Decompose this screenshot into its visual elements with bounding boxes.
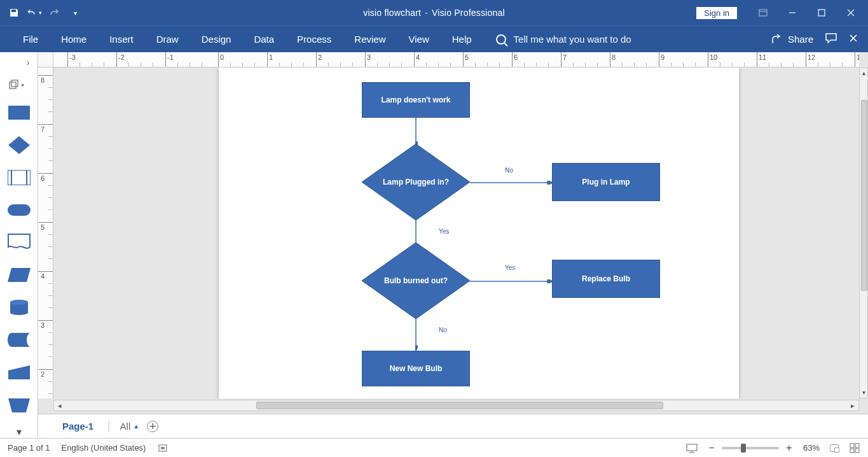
svg-point-13 [10, 300, 28, 305]
all-pages-button[interactable]: All ▲ [120, 421, 140, 432]
flowchart-end[interactable]: New New Bulb [362, 351, 470, 386]
shape-manual-input[interactable] [6, 361, 32, 384]
home-tab[interactable]: Home [50, 27, 98, 51]
svg-rect-34 [855, 444, 859, 447]
redo-button[interactable] [47, 5, 62, 20]
scroll-right-icon[interactable]: ▸ [847, 402, 858, 410]
flowchart-action-plugin[interactable]: Plug in Lamp [552, 163, 660, 201]
ruler-corner [38, 52, 53, 67]
draw-tab[interactable]: Draw [145, 27, 190, 51]
shape-data-io[interactable] [6, 264, 32, 287]
shape-subprocess[interactable] [6, 166, 32, 190]
sign-in-button[interactable]: Sign in [696, 7, 737, 19]
shape-stored-data[interactable] [6, 328, 32, 352]
svg-rect-11 [8, 204, 31, 216]
zoom-slider[interactable]: − + [706, 442, 794, 454]
presentation-mode-icon[interactable] [686, 442, 698, 454]
collapse-ribbon-icon[interactable] [849, 32, 858, 46]
page-tab-bar: Page-1 │ All ▲ + [38, 414, 868, 438]
zoom-track[interactable] [722, 447, 779, 449]
flowchart-start-label: Lamp doesn't work [382, 95, 451, 104]
data-tab[interactable]: Data [242, 27, 286, 51]
svg-rect-4 [10, 82, 16, 88]
shape-terminator[interactable] [6, 199, 32, 222]
action-plugin-label: Plug in Lamp [582, 178, 630, 186]
shape-process[interactable] [6, 101, 32, 125]
vertical-scrollbar[interactable]: ▴ ▾ [859, 67, 868, 398]
shape-decision[interactable] [6, 134, 32, 157]
shapes-panel: › ▸ [0, 52, 38, 438]
language-indicator[interactable]: English (United States) [62, 443, 146, 453]
edge-label-no-2: No [439, 327, 447, 334]
more-shapes-icon[interactable]: ▾ [17, 426, 22, 438]
tell-me-search[interactable]: Tell me what you want to do [496, 34, 631, 45]
svg-rect-33 [850, 444, 854, 447]
macro-recorder-icon[interactable] [157, 442, 169, 454]
help-tab[interactable]: Help [441, 27, 483, 51]
svg-rect-3 [818, 10, 825, 16]
design-tab[interactable]: Design [190, 27, 243, 51]
vertical-ruler[interactable]: 8765432 [38, 67, 53, 398]
page-counter[interactable]: Page 1 of 1 [8, 443, 50, 453]
scroll-down-icon[interactable]: ▾ [860, 388, 867, 398]
insert-tab[interactable]: Insert [98, 27, 145, 51]
svg-marker-14 [8, 365, 30, 379]
zoom-in-button[interactable]: + [784, 442, 794, 454]
horizontal-ruler[interactable]: -3-2-1012345678910111213 [53, 52, 859, 67]
status-bar: Page 1 of 1 English (United States) − + … [0, 438, 868, 457]
ribbon-tab-list: File Home Insert Draw Design Data Proces… [0, 27, 483, 51]
svg-marker-12 [8, 268, 31, 282]
horizontal-scrollbar[interactable]: ◂ ▸ [53, 400, 859, 411]
canvas[interactable]: Lamp doesn't work Lamp Plugged in? No [53, 67, 859, 398]
comments-icon[interactable] [825, 32, 837, 46]
maximize-button[interactable] [807, 3, 836, 22]
page-tab-1[interactable]: Page-1 [57, 417, 99, 435]
h-scroll-track[interactable] [65, 400, 847, 411]
drawing-page[interactable]: Lamp doesn't work Lamp Plugged in? No [219, 67, 739, 398]
edge-label-yes-1: Yes [439, 228, 449, 235]
close-button[interactable] [836, 3, 865, 22]
shape-database[interactable] [6, 296, 32, 320]
stencil-toolbar-icon[interactable]: ▸ [6, 78, 32, 92]
expand-shapes-icon[interactable]: › [18, 56, 38, 69]
shape-document[interactable] [6, 231, 32, 255]
review-tab[interactable]: Review [343, 27, 397, 51]
scroll-left-icon[interactable]: ◂ [54, 402, 65, 410]
h-scroll-thumb[interactable] [256, 402, 663, 409]
zoom-out-button[interactable]: − [706, 442, 717, 454]
add-page-button[interactable]: + [147, 421, 158, 432]
edge-label-yes-2: Yes [505, 264, 515, 271]
svg-rect-36 [855, 449, 859, 453]
zoom-level[interactable]: 63% [803, 443, 820, 453]
flowchart-start[interactable]: Lamp doesn't work [362, 82, 470, 118]
decision2-label: Bulb burned out? [384, 276, 448, 285]
minimize-button[interactable] [778, 3, 807, 22]
svg-marker-27 [415, 346, 418, 351]
scroll-up-icon[interactable]: ▴ [860, 68, 867, 78]
flowchart-decision-bulb[interactable]: Bulb burned out? [362, 243, 470, 319]
tell-me-placeholder: Tell me what you want to do [514, 34, 631, 45]
qat-customize-icon[interactable]: ▾ [67, 5, 83, 20]
share-button[interactable]: Share [771, 34, 813, 45]
workspace: › ▸ [0, 52, 868, 438]
edge-label-no-1: No [505, 167, 513, 174]
undo-button[interactable]: ▾ [27, 5, 42, 20]
ribbon-display-options-icon[interactable] [748, 3, 778, 22]
view-tab[interactable]: View [397, 27, 440, 51]
zoom-thumb[interactable] [741, 444, 746, 453]
action-replace-label: Replace Bulb [582, 274, 630, 283]
chevron-up-icon: ▲ [133, 423, 139, 430]
flowchart-decision-plugged[interactable]: Lamp Plugged in? [362, 144, 470, 220]
save-icon[interactable] [6, 5, 22, 20]
process-tab[interactable]: Process [286, 27, 343, 51]
pan-zoom-icon[interactable] [849, 442, 860, 454]
flowchart-action-replace[interactable]: Replace Bulb [552, 260, 660, 298]
shape-manual-operation[interactable] [6, 393, 32, 417]
fit-to-window-icon[interactable] [829, 442, 840, 454]
svg-marker-7 [8, 136, 30, 154]
drawing-area: -3-2-1012345678910111213 8765432 Lamp do… [38, 52, 868, 438]
v-scroll-thumb[interactable] [861, 100, 867, 291]
document-name: visio flowchart [363, 8, 421, 18]
svg-rect-35 [850, 449, 854, 453]
file-tab[interactable]: File [11, 27, 50, 51]
